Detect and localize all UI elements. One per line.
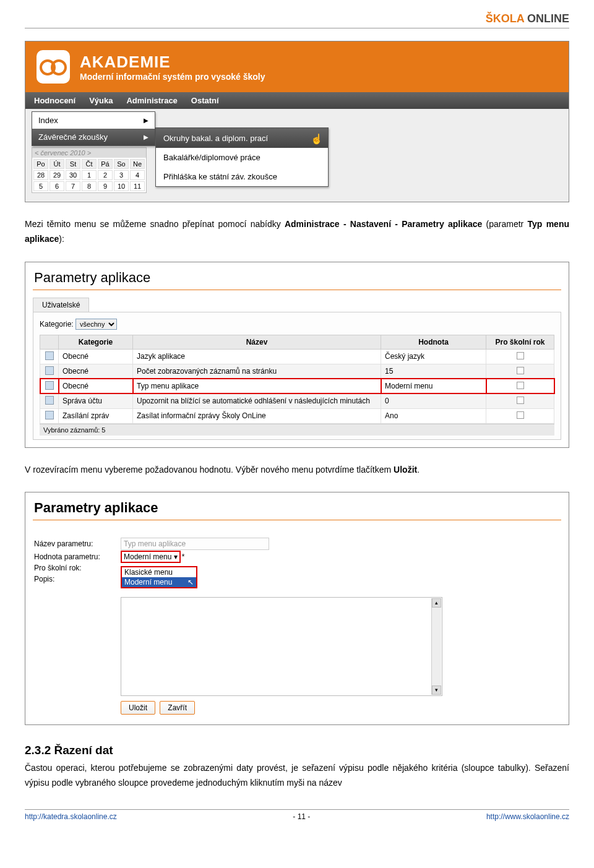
cell-cat: Obecné: [59, 379, 133, 393]
scroll-up-icon[interactable]: ▴: [432, 598, 441, 608]
calendar-header: < červenec 2010 >: [32, 148, 146, 158]
footer-right-link[interactable]: http://www.skolaonline.cz: [486, 812, 569, 821]
table-row-highlighted: Obecné Typ menu aplikace Moderní menu: [40, 379, 554, 393]
menu-administrace[interactable]: Administrace: [126, 96, 177, 105]
submenu-item-zaverecne[interactable]: Závěrečné zkoušky ▶: [32, 129, 155, 145]
table-row: Obecné Počet zobrazovaných záznamů na st…: [40, 364, 554, 379]
submenu-item-label: Index: [38, 116, 58, 125]
label-school-year: Pro školní rok:: [34, 564, 121, 572]
calendar-table: Po Út St Čt Pá So Ne 28 29 30 1 2 3 4: [32, 158, 146, 192]
chevron-right-icon: ▶: [144, 117, 148, 124]
edit-icon[interactable]: [45, 351, 54, 360]
menu-hodnoceni[interactable]: Hodnocení: [34, 96, 75, 105]
submenu2-item-bakalarske[interactable]: Bakalářké/diplomové práce: [156, 148, 328, 167]
category-filter-row: Kategorie: všechny: [40, 319, 554, 330]
save-button[interactable]: Uložit: [121, 701, 155, 715]
table-footer-count: Vybráno záznamů: 5: [40, 424, 554, 436]
divider: [33, 520, 561, 520]
cursor-pointer-icon: [311, 133, 321, 143]
category-select[interactable]: všechny: [75, 319, 117, 330]
divider: [33, 290, 561, 290]
cal-cell[interactable]: 7: [66, 181, 80, 191]
cal-cell[interactable]: 2: [98, 170, 113, 180]
cal-day-head: Pá: [98, 159, 113, 169]
page-header: ŠKOLA ONLINE: [25, 12, 569, 28]
submenu-item-label: Závěrečné zkoušky: [38, 132, 108, 142]
label-desc: Popis:: [34, 575, 121, 583]
edit-icon[interactable]: [45, 411, 54, 419]
row-desc: Popis: Typ menu aplikace ▴ ▾ Uložit Zavř…: [34, 575, 560, 715]
cell-name: Typ menu aplikace: [133, 379, 381, 393]
cal-cell[interactable]: 28: [33, 170, 48, 180]
cal-cell[interactable]: 29: [50, 170, 64, 180]
close-button[interactable]: Zavřít: [160, 701, 195, 715]
scroll-down-icon[interactable]: ▾: [432, 685, 441, 695]
panel-title: Parametry aplikace: [25, 492, 569, 520]
cell-val: 0: [381, 393, 486, 408]
cal-cell[interactable]: 30: [66, 170, 80, 180]
banner-subtitle: Moderní informační systém pro vysoké ško…: [80, 72, 265, 82]
checkbox[interactable]: [517, 352, 524, 359]
section-heading: 2.3.2 Řazení dat: [25, 744, 569, 757]
cal-day-head: So: [114, 159, 129, 169]
checkbox[interactable]: [517, 397, 524, 404]
paragraph-3: Častou operaci, kterou potřebujeme se zo…: [25, 761, 569, 791]
cell-cat: Obecné: [59, 349, 133, 364]
app-banner: AKADEMIE Moderní informační systém pro v…: [25, 41, 569, 92]
value-select[interactable]: Moderní menu ▾: [121, 551, 181, 563]
filter-label: Kategorie:: [40, 320, 74, 329]
calendar-widget: < červenec 2010 > Po Út St Čt Pá So Ne 2…: [32, 147, 147, 193]
menu-vyuka[interactable]: Výuka: [89, 96, 113, 105]
page-footer: http://katedra.skolaonline.cz - 11 - htt…: [25, 809, 569, 821]
cal-cell[interactable]: 4: [130, 170, 145, 180]
required-marker: *: [182, 552, 185, 561]
cal-day-head: Po: [33, 159, 48, 169]
cal-cell[interactable]: 11: [130, 181, 145, 191]
edit-icon[interactable]: [45, 396, 54, 405]
chevron-down-icon: ▾: [174, 552, 178, 561]
cal-cell[interactable]: 3: [114, 170, 129, 180]
menu-ostatni[interactable]: Ostatní: [191, 96, 219, 105]
cell-val: Ano: [381, 408, 486, 423]
row-param-value: Hodnota parametru: Moderní menu ▾* Klasi…: [34, 552, 560, 561]
submenu-item-index[interactable]: Index ▶: [32, 112, 155, 129]
th-hodnota[interactable]: Hodnota: [381, 335, 486, 349]
input-param-name: [121, 538, 269, 550]
screenshot-parametry-list: Parametry aplikace Uživatelské Kategorie…: [25, 262, 569, 448]
cell-name: Jazyk aplikace: [133, 349, 381, 364]
panel-title: Parametry aplikace: [25, 262, 569, 290]
checkbox[interactable]: [517, 367, 524, 374]
submenu2-item-prihlaska[interactable]: Přihláška ke státní záv. zkoušce: [156, 167, 328, 186]
cell-cat: Správa účtu: [59, 393, 133, 408]
footer-left-link[interactable]: http://katedra.skolaonline.cz: [25, 812, 117, 821]
edit-icon[interactable]: [45, 366, 54, 375]
description-textarea[interactable]: ▴ ▾: [121, 597, 442, 696]
cell-cat: Obecné: [59, 364, 133, 379]
row-school-year: Pro školní rok:: [34, 564, 560, 572]
submenu2-item-okruhy[interactable]: Okruhy bakal. a diplom. prací: [156, 128, 328, 148]
tab-uzivatelske[interactable]: Uživatelské: [33, 298, 89, 312]
owl-logo-icon: [37, 50, 70, 84]
checkbox[interactable]: [517, 411, 524, 419]
brand-word-b: ONLINE: [524, 12, 569, 25]
cal-cell[interactable]: 5: [33, 181, 48, 191]
checkbox[interactable]: [517, 382, 524, 389]
cal-cell[interactable]: 10: [114, 181, 129, 191]
edit-icon[interactable]: [45, 381, 54, 390]
th-kategorie[interactable]: Kategorie: [59, 335, 133, 349]
table-row: Obecné Jazyk aplikace Český jazyk: [40, 349, 554, 364]
th-proskolnirok[interactable]: Pro školní rok: [486, 335, 554, 349]
cell-name: Zasílat informační zprávy Školy OnLine: [133, 408, 381, 423]
screenshot-parametry-edit: Parametry aplikace Název parametru: Hodn…: [25, 492, 569, 725]
parameters-table: Kategorie Název Hodnota Pro školní rok O…: [40, 335, 554, 424]
cal-cell[interactable]: 8: [82, 181, 97, 191]
banner-title: AKADEMIE: [80, 53, 265, 72]
cal-cell[interactable]: 9: [98, 181, 113, 191]
parameters-panel: Kategorie: všechny Kategorie Název Hodno…: [33, 312, 561, 440]
cal-cell[interactable]: 6: [50, 181, 64, 191]
footer-page-number: - 11 -: [293, 812, 310, 821]
submenu2-item-label: Bakalářké/diplomové práce: [163, 153, 260, 162]
cal-cell[interactable]: 1: [82, 170, 97, 180]
cal-day-head: Út: [50, 159, 64, 169]
th-nazev[interactable]: Název: [133, 335, 381, 349]
